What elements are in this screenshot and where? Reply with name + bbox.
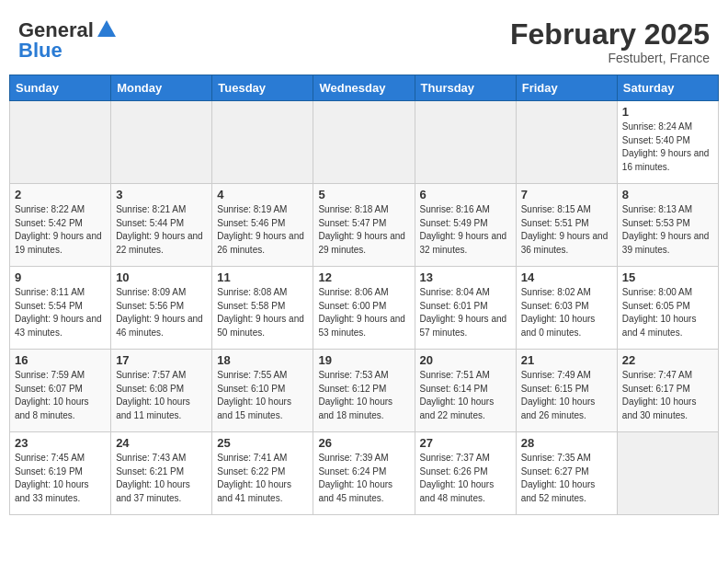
calendar-cell: 20Sunrise: 7:51 AM Sunset: 6:14 PM Dayli… [415, 350, 516, 432]
day-number: 25 [217, 436, 308, 450]
calendar-cell: 18Sunrise: 7:55 AM Sunset: 6:10 PM Dayli… [212, 350, 313, 432]
day-info: Sunrise: 7:51 AM Sunset: 6:14 PM Dayligh… [420, 369, 511, 422]
day-number: 3 [116, 188, 207, 201]
day-info: Sunrise: 8:24 AM Sunset: 5:40 PM Dayligh… [622, 121, 713, 174]
day-info: Sunrise: 8:13 AM Sunset: 5:53 PM Dayligh… [622, 203, 713, 257]
calendar-cell: 24Sunrise: 7:43 AM Sunset: 6:21 PM Dayli… [111, 432, 212, 515]
calendar-cell: 2Sunrise: 8:22 AM Sunset: 5:42 PM Daylig… [10, 184, 111, 267]
day-number: 18 [217, 353, 308, 367]
day-number: 23 [15, 436, 106, 450]
day-number: 24 [116, 436, 207, 450]
day-info: Sunrise: 8:22 AM Sunset: 5:42 PM Dayligh… [15, 203, 106, 257]
calendar-cell [516, 101, 617, 184]
col-friday: Friday [516, 75, 617, 101]
calendar-cell: 9Sunrise: 8:11 AM Sunset: 5:54 PM Daylig… [10, 267, 111, 350]
calendar-cell: 16Sunrise: 7:59 AM Sunset: 6:07 PM Dayli… [10, 350, 111, 432]
day-info: Sunrise: 8:15 AM Sunset: 5:51 PM Dayligh… [521, 203, 612, 257]
calendar-cell: 8Sunrise: 8:13 AM Sunset: 5:53 PM Daylig… [617, 184, 718, 267]
day-number: 5 [318, 188, 409, 201]
calendar-week-row: 9Sunrise: 8:11 AM Sunset: 5:54 PM Daylig… [10, 267, 719, 350]
day-info: Sunrise: 8:16 AM Sunset: 5:49 PM Dayligh… [420, 203, 511, 257]
day-number: 14 [521, 270, 612, 284]
day-number: 16 [15, 353, 106, 367]
logo-triangle-icon [97, 20, 116, 37]
day-info: Sunrise: 8:02 AM Sunset: 6:03 PM Dayligh… [521, 286, 612, 339]
day-number: 17 [116, 353, 207, 367]
day-number: 6 [420, 188, 511, 201]
calendar-cell: 22Sunrise: 7:47 AM Sunset: 6:17 PM Dayli… [617, 350, 718, 432]
day-info: Sunrise: 7:43 AM Sunset: 6:21 PM Dayligh… [116, 452, 207, 505]
col-sunday: Sunday [10, 75, 111, 101]
day-number: 9 [15, 270, 106, 284]
day-info: Sunrise: 7:47 AM Sunset: 6:17 PM Dayligh… [622, 369, 713, 422]
calendar-cell: 23Sunrise: 7:45 AM Sunset: 6:19 PM Dayli… [10, 432, 111, 515]
calendar-cell [415, 101, 516, 184]
day-info: Sunrise: 7:55 AM Sunset: 6:10 PM Dayligh… [217, 369, 308, 422]
day-info: Sunrise: 8:06 AM Sunset: 6:00 PM Dayligh… [318, 286, 409, 339]
calendar-header-row: Sunday Monday Tuesday Wednesday Thursday… [10, 75, 719, 101]
calendar-cell [111, 101, 212, 184]
day-number: 13 [420, 270, 511, 284]
calendar-cell: 5Sunrise: 8:18 AM Sunset: 5:47 PM Daylig… [313, 184, 415, 267]
calendar-cell [10, 101, 111, 184]
col-wednesday: Wednesday [313, 75, 415, 101]
day-info: Sunrise: 7:49 AM Sunset: 6:15 PM Dayligh… [521, 369, 612, 422]
calendar-cell: 11Sunrise: 8:08 AM Sunset: 5:58 PM Dayli… [212, 267, 313, 350]
calendar-cell [313, 101, 415, 184]
calendar-cell: 21Sunrise: 7:49 AM Sunset: 6:15 PM Dayli… [516, 350, 617, 432]
day-info: Sunrise: 7:57 AM Sunset: 6:08 PM Dayligh… [116, 369, 207, 422]
day-info: Sunrise: 8:11 AM Sunset: 5:54 PM Dayligh… [15, 286, 106, 339]
calendar-cell: 14Sunrise: 8:02 AM Sunset: 6:03 PM Dayli… [516, 267, 617, 350]
calendar-cell: 15Sunrise: 8:00 AM Sunset: 6:05 PM Dayli… [617, 267, 718, 350]
logo: General Blue [18, 18, 116, 63]
day-info: Sunrise: 7:59 AM Sunset: 6:07 PM Dayligh… [15, 369, 106, 422]
day-info: Sunrise: 8:21 AM Sunset: 5:44 PM Dayligh… [116, 203, 207, 257]
calendar-cell: 25Sunrise: 7:41 AM Sunset: 6:22 PM Dayli… [212, 432, 313, 515]
col-saturday: Saturday [617, 75, 718, 101]
day-number: 22 [622, 353, 713, 367]
calendar-table: Sunday Monday Tuesday Wednesday Thursday… [9, 75, 719, 515]
location-text: Festubert, France [510, 51, 710, 65]
day-info: Sunrise: 8:09 AM Sunset: 5:56 PM Dayligh… [116, 286, 207, 339]
month-title: February 2025 [510, 18, 710, 51]
day-info: Sunrise: 7:39 AM Sunset: 6:24 PM Dayligh… [318, 452, 409, 505]
calendar-week-row: 16Sunrise: 7:59 AM Sunset: 6:07 PM Dayli… [10, 350, 719, 432]
day-number: 2 [15, 188, 106, 201]
day-info: Sunrise: 8:04 AM Sunset: 6:01 PM Dayligh… [420, 286, 511, 339]
calendar-cell: 26Sunrise: 7:39 AM Sunset: 6:24 PM Dayli… [313, 432, 415, 515]
calendar-cell: 6Sunrise: 8:16 AM Sunset: 5:49 PM Daylig… [415, 184, 516, 267]
day-number: 7 [521, 188, 612, 201]
logo-blue-text: Blue [18, 39, 63, 63]
col-tuesday: Tuesday [212, 75, 313, 101]
day-number: 12 [318, 270, 409, 284]
calendar-cell [212, 101, 313, 184]
day-number: 27 [420, 436, 511, 450]
day-info: Sunrise: 8:19 AM Sunset: 5:46 PM Dayligh… [217, 203, 308, 257]
calendar-cell [617, 432, 718, 515]
calendar-week-row: 1Sunrise: 8:24 AM Sunset: 5:40 PM Daylig… [10, 101, 719, 184]
calendar-cell: 19Sunrise: 7:53 AM Sunset: 6:12 PM Dayli… [313, 350, 415, 432]
calendar-cell: 28Sunrise: 7:35 AM Sunset: 6:27 PM Dayli… [516, 432, 617, 515]
calendar-cell: 7Sunrise: 8:15 AM Sunset: 5:51 PM Daylig… [516, 184, 617, 267]
day-number: 21 [521, 353, 612, 367]
calendar-cell: 13Sunrise: 8:04 AM Sunset: 6:01 PM Dayli… [415, 267, 516, 350]
day-info: Sunrise: 7:53 AM Sunset: 6:12 PM Dayligh… [318, 369, 409, 422]
calendar-cell: 27Sunrise: 7:37 AM Sunset: 6:26 PM Dayli… [415, 432, 516, 515]
calendar-cell: 12Sunrise: 8:06 AM Sunset: 6:00 PM Dayli… [313, 267, 415, 350]
col-thursday: Thursday [415, 75, 516, 101]
day-number: 28 [521, 436, 612, 450]
day-number: 4 [217, 188, 308, 201]
day-info: Sunrise: 7:35 AM Sunset: 6:27 PM Dayligh… [521, 452, 612, 505]
day-number: 15 [622, 270, 713, 284]
day-number: 10 [116, 270, 207, 284]
day-number: 19 [318, 353, 409, 367]
day-number: 11 [217, 270, 308, 284]
day-number: 8 [622, 188, 713, 201]
title-block: February 2025 Festubert, France [510, 18, 710, 65]
calendar-week-row: 23Sunrise: 7:45 AM Sunset: 6:19 PM Dayli… [10, 432, 719, 515]
day-info: Sunrise: 8:00 AM Sunset: 6:05 PM Dayligh… [622, 286, 713, 339]
calendar-week-row: 2Sunrise: 8:22 AM Sunset: 5:42 PM Daylig… [10, 184, 719, 267]
day-number: 20 [420, 353, 511, 367]
calendar-cell: 17Sunrise: 7:57 AM Sunset: 6:08 PM Dayli… [111, 350, 212, 432]
day-info: Sunrise: 7:41 AM Sunset: 6:22 PM Dayligh… [217, 452, 308, 505]
